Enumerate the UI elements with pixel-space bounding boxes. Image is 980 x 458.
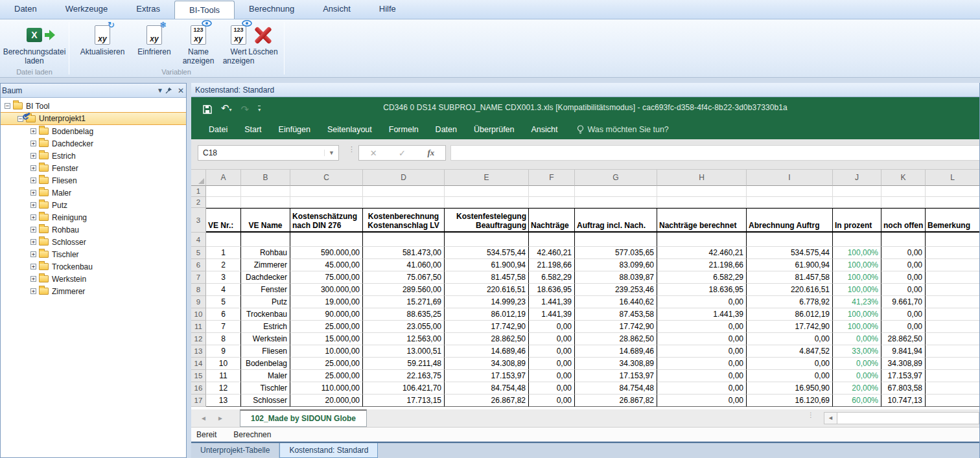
grid-cell-E7[interactable]: 81.457,58 (445, 271, 529, 284)
grid-cell-K11[interactable]: 0,00 (881, 321, 926, 333)
tree-item-zimmerer[interactable]: +Zimmerer (1, 285, 186, 297)
grid-cell-J5[interactable]: 100,00% (833, 247, 881, 259)
expand-icon[interactable]: + (30, 128, 36, 134)
grid-cell-C12[interactable]: 15.000,00 (290, 333, 363, 345)
grid-cell-C14[interactable]: 25.000,00 (290, 358, 363, 370)
grid-cell[interactable] (445, 186, 529, 197)
table-header-J3[interactable]: In prozent (833, 208, 881, 233)
xl-tab-ansicht[interactable]: Ansicht (523, 121, 566, 139)
grid-cell-H6[interactable]: 21.198,66 (657, 259, 747, 271)
grid-cell-K8[interactable]: 0,00 (881, 284, 926, 296)
grid-cell-K10[interactable]: 0,00 (881, 308, 926, 321)
grid-cell-K7[interactable]: 0,00 (881, 271, 926, 284)
grid-cell[interactable] (241, 186, 290, 197)
grid-cell-H7[interactable]: 6.582,29 (657, 271, 747, 284)
grid-cell-H14[interactable]: 0,00 (657, 358, 747, 370)
grid-cell-J8[interactable]: 100,00% (833, 284, 881, 296)
tree-item-dachdecker[interactable]: +Dachdecker (1, 137, 186, 150)
row-header-13[interactable]: 13 (191, 345, 206, 358)
expand-icon[interactable]: + (30, 276, 36, 282)
grid-cell-H9[interactable]: 0,00 (657, 296, 747, 308)
xl-tab-start[interactable]: Start (236, 121, 270, 139)
grid-cell-I9[interactable]: 6.778,92 (747, 296, 833, 308)
grid-cell-I11[interactable]: 17.742,90 (747, 321, 833, 333)
grid-cell[interactable] (657, 233, 747, 247)
grid-cell-D9[interactable]: 15.271,69 (363, 296, 445, 308)
table-header-H3[interactable]: Nachträge berechnet (657, 208, 747, 233)
grid-cell[interactable] (926, 233, 979, 247)
grid-cell-A5[interactable]: 1 (206, 247, 241, 259)
grid-cell-L15[interactable] (926, 370, 979, 382)
column-header-B[interactable]: B (241, 170, 290, 186)
grid-cell-F16[interactable]: 0,00 (529, 382, 575, 395)
grid-cell-G16[interactable]: 84.754,48 (575, 382, 657, 395)
grid-cell-A15[interactable]: 11 (206, 370, 241, 382)
tree-item-schlosser[interactable]: +Schlosser (1, 236, 186, 248)
scroll-left-icon[interactable]: ◄ (824, 413, 837, 424)
menu-bi-tools[interactable]: BI-Tools (174, 1, 235, 19)
grid-cell-C5[interactable]: 590.000,00 (290, 247, 363, 259)
tree-item-estrich[interactable]: +Estrich (1, 150, 186, 162)
grid-cell-A14[interactable]: 10 (206, 358, 241, 370)
grid-cell-F14[interactable]: 0,00 (529, 358, 575, 370)
table-header-C3[interactable]: Kostenschätzungnach DIN 276 (290, 208, 363, 233)
grid-cell-J9[interactable]: 41,23% (833, 296, 881, 308)
row-header-7[interactable]: 7 (191, 271, 206, 284)
grid-cell-L13[interactable] (926, 345, 979, 358)
table-header-K3[interactable]: noch offen (881, 208, 926, 233)
grid-cell-F10[interactable]: 1.441,39 (529, 308, 575, 321)
column-header-C[interactable]: C (290, 170, 363, 186)
xl-tab-formeln[interactable]: Formeln (380, 121, 427, 139)
close-icon[interactable]: ✕ (176, 86, 186, 95)
grid-cell[interactable] (290, 197, 363, 208)
grid-cell-L11[interactable] (926, 321, 979, 333)
column-header-H[interactable]: H (657, 170, 747, 186)
grid-cell-B15[interactable]: Maler (241, 370, 290, 382)
grid-cell-K13[interactable]: 9.841,94 (881, 345, 926, 358)
grid-cell-B16[interactable]: Tischler (241, 382, 290, 395)
grid-cell-J14[interactable]: 0,00% (833, 358, 881, 370)
grid-cell-F6[interactable]: 21.198,66 (529, 259, 575, 271)
menu-daten[interactable]: Daten (0, 0, 51, 19)
grid-cell[interactable] (206, 197, 241, 208)
xl-tab-seitenlayout[interactable]: Seitenlayout (319, 121, 380, 139)
tell-me-box[interactable]: Was möchten Sie tun? (566, 121, 675, 139)
tree-item-root[interactable]: − BI Tool (1, 100, 186, 112)
grid-cell-D7[interactable]: 75.067,50 (363, 271, 445, 284)
grid-cell[interactable] (657, 186, 747, 197)
column-header-A[interactable]: A (206, 170, 241, 186)
row-header-12[interactable]: 12 (191, 333, 206, 345)
grid-cell-I10[interactable]: 86.012,19 (747, 308, 833, 321)
grid-cell-A12[interactable]: 8 (206, 333, 241, 345)
tab-unterprojekt-tabelle[interactable]: Unterprojekt-Tabelle (191, 443, 279, 458)
grid-cell-I7[interactable]: 81.457,58 (747, 271, 833, 284)
grid-cell-C17[interactable]: 20.000,00 (290, 395, 363, 407)
grid-cell-A6[interactable]: 2 (206, 259, 241, 271)
tree-item-tischler[interactable]: +Tischler (1, 248, 186, 260)
grid-cell-D12[interactable]: 12.563,00 (363, 333, 445, 345)
menu-berechnung[interactable]: Berechnung (235, 0, 309, 19)
grid-cell-H10[interactable]: 1.441,39 (657, 308, 747, 321)
expand-icon[interactable]: + (30, 251, 36, 257)
row-header-6[interactable]: 6 (191, 259, 206, 271)
grid-cell-G7[interactable]: 88.039,87 (575, 271, 657, 284)
grid-cell-J17[interactable]: 60,00% (833, 395, 881, 407)
grid-cell-C16[interactable]: 110.000,00 (290, 382, 363, 395)
column-header-F[interactable]: F (529, 170, 575, 186)
grid-cell-F8[interactable]: 18.636,95 (529, 284, 575, 296)
sheet-next-icon[interactable]: ► (217, 415, 224, 422)
grid-cell-G17[interactable]: 26.867,82 (575, 395, 657, 407)
grid-cell-B6[interactable]: Zimmerer (241, 259, 290, 271)
expand-icon[interactable]: + (30, 190, 36, 196)
grid-cell-L8[interactable] (926, 284, 979, 296)
grid-cell-C10[interactable]: 90.000,00 (290, 308, 363, 321)
grid-cell-E16[interactable]: 84.754,48 (445, 382, 529, 395)
grid-cell-J15[interactable]: 0,00% (833, 370, 881, 382)
expand-icon[interactable]: + (30, 177, 36, 183)
grid-cell-C9[interactable]: 19.000,00 (290, 296, 363, 308)
horizontal-scrollbar[interactable]: ◄ (824, 412, 979, 424)
grid-cell[interactable] (363, 197, 445, 208)
grid-cell-G9[interactable]: 16.440,62 (575, 296, 657, 308)
grid-cell-I17[interactable]: 16.120,69 (747, 395, 833, 407)
grid-cell[interactable] (926, 197, 979, 208)
